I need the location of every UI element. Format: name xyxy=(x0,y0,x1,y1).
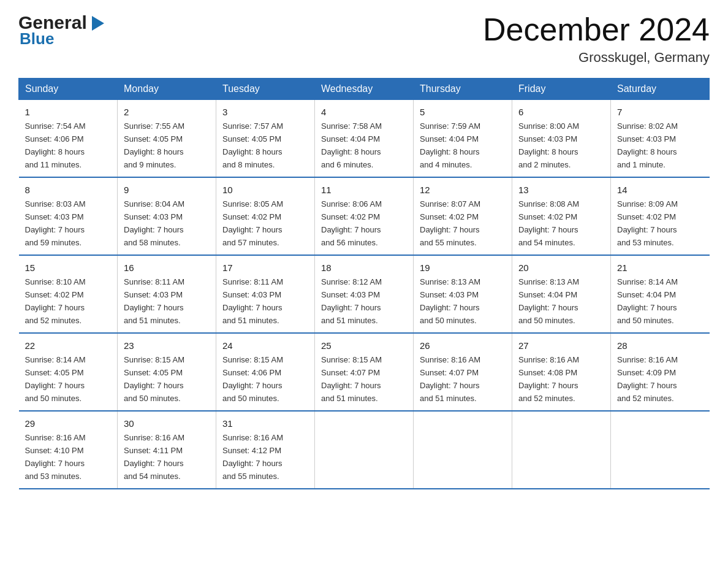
day-number: 11 xyxy=(321,183,407,197)
day-number: 4 xyxy=(321,105,407,119)
calendar-cell: 13Sunrise: 8:08 AMSunset: 4:02 PMDayligh… xyxy=(512,177,611,255)
day-info: Sunrise: 8:16 AMSunset: 4:11 PMDaylight:… xyxy=(124,433,184,481)
day-number: 18 xyxy=(321,261,407,275)
day-number: 30 xyxy=(124,416,210,431)
day-number: 17 xyxy=(222,261,308,275)
calendar-cell xyxy=(512,411,611,489)
calendar-cell: 28Sunrise: 8:16 AMSunset: 4:09 PMDayligh… xyxy=(611,333,710,411)
col-monday: Monday xyxy=(118,79,216,100)
calendar-cell: 12Sunrise: 8:07 AMSunset: 4:02 PMDayligh… xyxy=(414,177,512,255)
day-number: 7 xyxy=(617,105,703,119)
day-number: 10 xyxy=(222,183,308,197)
calendar-table: Sunday Monday Tuesday Wednesday Thursday… xyxy=(18,78,710,489)
day-number: 23 xyxy=(124,339,210,353)
calendar-cell: 22Sunrise: 8:14 AMSunset: 4:05 PMDayligh… xyxy=(19,333,118,411)
day-info: Sunrise: 8:11 AMSunset: 4:03 PMDaylight:… xyxy=(222,277,283,325)
calendar-cell: 3Sunrise: 7:57 AMSunset: 4:05 PMDaylight… xyxy=(216,100,315,177)
calendar-cell: 31Sunrise: 8:16 AMSunset: 4:12 PMDayligh… xyxy=(216,411,315,489)
day-number: 13 xyxy=(518,183,604,197)
col-wednesday: Wednesday xyxy=(315,79,414,100)
day-info: Sunrise: 7:57 AMSunset: 4:05 PMDaylight:… xyxy=(222,121,283,169)
header: General Blue December 2024 Grosskugel, G… xyxy=(18,12,710,66)
day-info: Sunrise: 8:16 AMSunset: 4:08 PMDaylight:… xyxy=(518,355,579,403)
day-info: Sunrise: 8:08 AMSunset: 4:02 PMDaylight:… xyxy=(518,199,579,247)
day-info: Sunrise: 8:15 AMSunset: 4:05 PMDaylight:… xyxy=(124,355,184,403)
calendar-cell: 21Sunrise: 8:14 AMSunset: 4:04 PMDayligh… xyxy=(611,255,710,333)
day-info: Sunrise: 8:13 AMSunset: 4:03 PMDaylight:… xyxy=(420,277,480,325)
day-info: Sunrise: 8:10 AMSunset: 4:02 PMDaylight:… xyxy=(25,277,86,325)
day-info: Sunrise: 8:14 AMSunset: 4:05 PMDaylight:… xyxy=(25,355,86,403)
day-info: Sunrise: 8:12 AMSunset: 4:03 PMDaylight:… xyxy=(321,277,382,325)
day-info: Sunrise: 8:14 AMSunset: 4:04 PMDaylight:… xyxy=(617,277,678,325)
calendar-cell: 18Sunrise: 8:12 AMSunset: 4:03 PMDayligh… xyxy=(315,255,414,333)
calendar-cell: 14Sunrise: 8:09 AMSunset: 4:02 PMDayligh… xyxy=(611,177,710,255)
calendar-cell: 19Sunrise: 8:13 AMSunset: 4:03 PMDayligh… xyxy=(414,255,512,333)
calendar-cell: 5Sunrise: 7:59 AMSunset: 4:04 PMDaylight… xyxy=(414,100,512,177)
col-thursday: Thursday xyxy=(414,79,512,100)
col-tuesday: Tuesday xyxy=(216,79,315,100)
day-number: 19 xyxy=(420,261,506,275)
calendar-title: December 2024 xyxy=(483,12,710,47)
day-info: Sunrise: 8:11 AMSunset: 4:03 PMDaylight:… xyxy=(124,277,184,325)
col-saturday: Saturday xyxy=(611,79,710,100)
day-number: 28 xyxy=(617,339,703,353)
calendar-cell: 7Sunrise: 8:02 AMSunset: 4:03 PMDaylight… xyxy=(611,100,710,177)
calendar-cell: 16Sunrise: 8:11 AMSunset: 4:03 PMDayligh… xyxy=(118,255,216,333)
calendar-subtitle: Grosskugel, Germany xyxy=(483,50,710,66)
day-number: 12 xyxy=(420,183,506,197)
calendar-cell: 25Sunrise: 8:15 AMSunset: 4:07 PMDayligh… xyxy=(315,333,414,411)
day-number: 8 xyxy=(25,183,112,197)
calendar-cell: 4Sunrise: 7:58 AMSunset: 4:04 PMDaylight… xyxy=(315,100,414,177)
day-info: Sunrise: 7:54 AMSunset: 4:06 PMDaylight:… xyxy=(25,121,86,169)
calendar-week-row: 15Sunrise: 8:10 AMSunset: 4:02 PMDayligh… xyxy=(19,255,710,333)
calendar-cell: 29Sunrise: 8:16 AMSunset: 4:10 PMDayligh… xyxy=(19,411,118,489)
calendar-week-row: 8Sunrise: 8:03 AMSunset: 4:03 PMDaylight… xyxy=(19,177,710,255)
day-number: 1 xyxy=(25,105,112,119)
day-info: Sunrise: 8:02 AMSunset: 4:03 PMDaylight:… xyxy=(617,121,678,169)
day-info: Sunrise: 8:00 AMSunset: 4:03 PMDaylight:… xyxy=(518,121,579,169)
calendar-cell: 17Sunrise: 8:11 AMSunset: 4:03 PMDayligh… xyxy=(216,255,315,333)
day-number: 5 xyxy=(420,105,506,119)
calendar-cell xyxy=(315,411,414,489)
calendar-cell xyxy=(414,411,512,489)
day-info: Sunrise: 8:15 AMSunset: 4:06 PMDaylight:… xyxy=(222,355,283,403)
calendar-cell: 27Sunrise: 8:16 AMSunset: 4:08 PMDayligh… xyxy=(512,333,611,411)
day-info: Sunrise: 8:16 AMSunset: 4:10 PMDaylight:… xyxy=(25,433,86,481)
title-area: December 2024 Grosskugel, Germany xyxy=(483,12,710,66)
day-info: Sunrise: 8:07 AMSunset: 4:02 PMDaylight:… xyxy=(420,199,480,247)
col-friday: Friday xyxy=(512,79,611,100)
calendar-cell: 11Sunrise: 8:06 AMSunset: 4:02 PMDayligh… xyxy=(315,177,414,255)
calendar-cell: 23Sunrise: 8:15 AMSunset: 4:05 PMDayligh… xyxy=(118,333,216,411)
day-number: 22 xyxy=(25,339,112,353)
day-number: 14 xyxy=(617,183,703,197)
col-sunday: Sunday xyxy=(19,79,118,100)
calendar-cell: 24Sunrise: 8:15 AMSunset: 4:06 PMDayligh… xyxy=(216,333,315,411)
day-info: Sunrise: 7:55 AMSunset: 4:05 PMDaylight:… xyxy=(124,121,184,169)
day-number: 2 xyxy=(124,105,210,119)
day-number: 9 xyxy=(124,183,210,197)
day-info: Sunrise: 8:04 AMSunset: 4:03 PMDaylight:… xyxy=(124,199,184,247)
day-info: Sunrise: 7:59 AMSunset: 4:04 PMDaylight:… xyxy=(420,121,480,169)
day-info: Sunrise: 7:58 AMSunset: 4:04 PMDaylight:… xyxy=(321,121,382,169)
day-number: 20 xyxy=(518,261,604,275)
calendar-cell: 1Sunrise: 7:54 AMSunset: 4:06 PMDaylight… xyxy=(19,100,118,177)
calendar-week-row: 1Sunrise: 7:54 AMSunset: 4:06 PMDaylight… xyxy=(19,100,710,177)
day-number: 25 xyxy=(321,339,407,353)
day-number: 29 xyxy=(25,416,112,431)
day-number: 31 xyxy=(222,416,308,431)
day-number: 24 xyxy=(222,339,308,353)
calendar-week-row: 22Sunrise: 8:14 AMSunset: 4:05 PMDayligh… xyxy=(19,333,710,411)
day-info: Sunrise: 8:16 AMSunset: 4:07 PMDaylight:… xyxy=(420,355,480,403)
day-info: Sunrise: 8:05 AMSunset: 4:02 PMDaylight:… xyxy=(222,199,283,247)
calendar-cell: 8Sunrise: 8:03 AMSunset: 4:03 PMDaylight… xyxy=(19,177,118,255)
logo: General Blue xyxy=(18,12,108,48)
calendar-cell: 20Sunrise: 8:13 AMSunset: 4:04 PMDayligh… xyxy=(512,255,611,333)
day-info: Sunrise: 8:09 AMSunset: 4:02 PMDaylight:… xyxy=(617,199,678,247)
calendar-cell: 2Sunrise: 7:55 AMSunset: 4:05 PMDaylight… xyxy=(118,100,216,177)
svg-marker-0 xyxy=(92,16,104,31)
day-info: Sunrise: 8:03 AMSunset: 4:03 PMDaylight:… xyxy=(25,199,86,247)
calendar-cell xyxy=(611,411,710,489)
calendar-cell: 30Sunrise: 8:16 AMSunset: 4:11 PMDayligh… xyxy=(118,411,216,489)
day-number: 16 xyxy=(124,261,210,275)
logo-blue: Blue xyxy=(20,29,54,48)
